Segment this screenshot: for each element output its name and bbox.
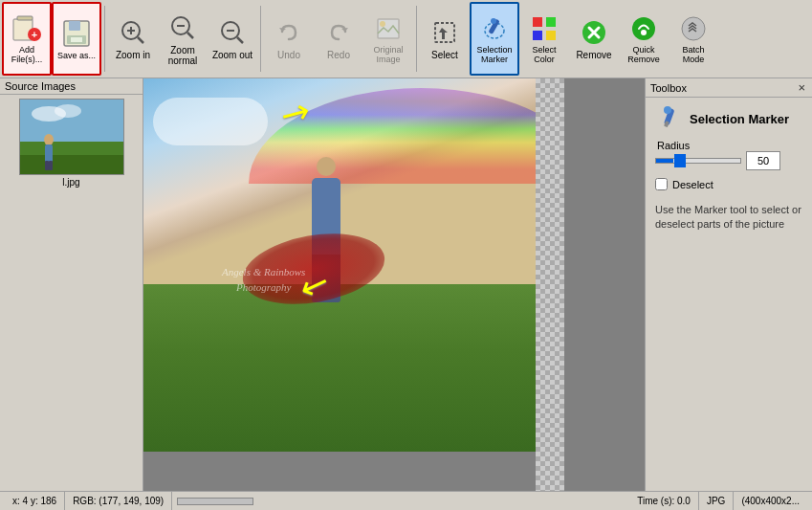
separator-1 bbox=[104, 6, 105, 72]
clouds bbox=[153, 98, 268, 145]
separator-3 bbox=[416, 6, 417, 72]
status-time: Time (s): 0.0 bbox=[629, 492, 699, 510]
svg-text:+: + bbox=[32, 29, 37, 40]
select-button[interactable]: Select bbox=[420, 2, 470, 76]
toolbox-title-row: Selection Marker bbox=[655, 105, 802, 132]
radius-slider-container: 50 bbox=[655, 151, 802, 170]
photo-watermark: Angels & RainbowsPhotography bbox=[222, 265, 305, 295]
svg-line-17 bbox=[237, 37, 243, 43]
original-image-button[interactable]: Original Image bbox=[363, 2, 413, 76]
svg-rect-5 bbox=[69, 21, 80, 31]
svg-rect-40 bbox=[45, 161, 49, 170]
status-progress bbox=[172, 492, 629, 510]
redo-icon bbox=[323, 17, 354, 48]
svg-rect-7 bbox=[71, 37, 82, 42]
sidebar-header: Source Images bbox=[0, 78, 143, 95]
save-as-icon bbox=[61, 18, 92, 49]
image-thumb-label: l.jpg bbox=[19, 177, 124, 188]
person-head bbox=[317, 157, 336, 176]
marker-tool-icon bbox=[655, 105, 682, 132]
toolbox-close-button[interactable]: × bbox=[796, 80, 807, 95]
zoom-out-button[interactable]: Zoom out bbox=[208, 2, 257, 76]
separator-2 bbox=[260, 6, 261, 72]
original-image-icon bbox=[373, 13, 404, 44]
status-format: JPG bbox=[699, 492, 734, 510]
svg-line-14 bbox=[187, 33, 193, 38]
progress-bar bbox=[177, 498, 253, 505]
status-coordinates: x: 4 y: 186 bbox=[5, 492, 65, 510]
svg-line-11 bbox=[138, 37, 143, 43]
batch-mode-icon bbox=[678, 13, 709, 44]
add-files-button[interactable]: + Add File(s)... bbox=[2, 2, 52, 76]
canvas-area: Angels & RainbowsPhotography ↗ ↙ bbox=[143, 78, 645, 491]
select-color-icon bbox=[529, 13, 560, 44]
status-rgb: RGB: (177, 149, 109) bbox=[65, 492, 172, 510]
source-images-list: l.jpg bbox=[0, 95, 143, 191]
svg-point-38 bbox=[44, 134, 54, 145]
radius-value-box[interactable]: 50 bbox=[746, 151, 780, 170]
toolbox: Toolbox × Selection Marker Radius bbox=[645, 78, 812, 491]
svg-rect-37 bbox=[20, 155, 123, 174]
undo-button[interactable]: Undo bbox=[264, 2, 314, 76]
add-files-icon: + bbox=[11, 13, 42, 44]
remove-button[interactable]: Remove bbox=[569, 2, 619, 76]
undo-icon bbox=[274, 17, 304, 48]
zoom-normal-icon bbox=[167, 12, 198, 43]
batch-mode-button[interactable]: Batch Mode bbox=[669, 2, 718, 76]
toolbox-content: Selection Marker Radius 50 Deselect Use … bbox=[646, 98, 812, 240]
image-thumb[interactable] bbox=[19, 99, 124, 175]
radius-label: Radius bbox=[657, 140, 802, 151]
svg-point-24 bbox=[491, 18, 496, 24]
photo-canvas[interactable]: Angels & RainbowsPhotography ↗ ↙ bbox=[143, 78, 536, 452]
quick-remove-icon bbox=[628, 13, 659, 44]
image-thumbnail-item[interactable]: l.jpg bbox=[19, 99, 124, 188]
deselect-label[interactable]: Deselect bbox=[672, 179, 713, 190]
toolbox-tool-name: Selection Marker bbox=[690, 112, 789, 126]
main-area: Source Images bbox=[0, 78, 812, 491]
zoom-in-icon bbox=[118, 17, 148, 48]
canvas-checker-right bbox=[536, 78, 564, 491]
selection-marker-button[interactable]: Selection Marker bbox=[470, 2, 519, 76]
zoom-in-button[interactable]: Zoom in bbox=[108, 2, 158, 76]
radius-section: Radius 50 bbox=[655, 140, 802, 170]
svg-rect-26 bbox=[546, 17, 556, 27]
toolbar: + Add File(s)... Save as... Zoom in bbox=[0, 0, 812, 78]
svg-point-20 bbox=[380, 21, 385, 27]
select-icon bbox=[429, 17, 460, 48]
svg-rect-27 bbox=[533, 31, 542, 40]
svg-rect-1 bbox=[17, 16, 33, 20]
radius-slider[interactable] bbox=[655, 158, 741, 164]
deselect-row: Deselect bbox=[655, 178, 802, 190]
toolbox-description: Use the Marker tool to select or deselec… bbox=[655, 203, 802, 233]
status-dimensions: (400x400x2... bbox=[734, 492, 807, 510]
selection-marker-icon bbox=[479, 13, 510, 44]
svg-rect-25 bbox=[533, 17, 542, 27]
svg-point-43 bbox=[664, 106, 671, 114]
svg-point-35 bbox=[55, 104, 81, 118]
svg-point-30 bbox=[632, 17, 655, 40]
deselect-checkbox[interactable] bbox=[655, 178, 668, 190]
svg-rect-41 bbox=[49, 161, 53, 170]
svg-rect-28 bbox=[546, 31, 556, 40]
zoom-normal-button[interactable]: Zoom normal bbox=[158, 2, 208, 76]
redo-button[interactable]: Redo bbox=[314, 2, 363, 76]
svg-point-31 bbox=[641, 30, 647, 35]
sidebar: Source Images bbox=[0, 78, 143, 491]
toolbox-header: Toolbox × bbox=[646, 78, 812, 98]
zoom-out-icon bbox=[217, 17, 248, 48]
select-color-button[interactable]: Select Color bbox=[519, 2, 569, 76]
save-as-button[interactable]: Save as... bbox=[52, 2, 101, 76]
quick-remove-button[interactable]: Quick Remove bbox=[619, 2, 669, 76]
statusbar: x: 4 y: 186 RGB: (177, 149, 109) Time (s… bbox=[0, 491, 812, 510]
remove-icon bbox=[579, 17, 609, 48]
